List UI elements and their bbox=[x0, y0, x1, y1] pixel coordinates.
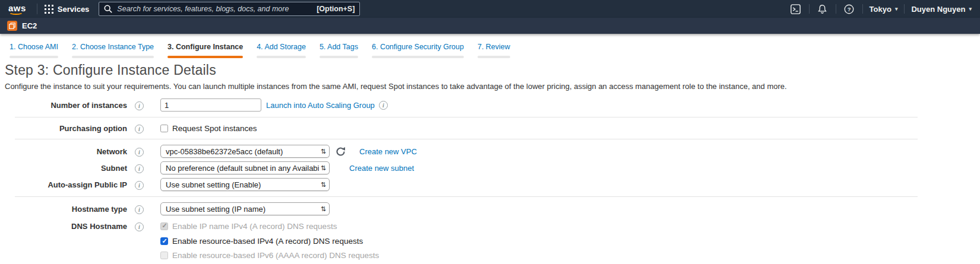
service-name-label[interactable]: EC2 bbox=[22, 21, 37, 30]
create-new-vpc-link[interactable]: Create new VPC bbox=[359, 147, 417, 156]
subnet-select[interactable]: No preference (default subnet in any Ava… bbox=[160, 161, 330, 174]
configure-instance-form: Number of instances i Launch into Auto S… bbox=[0, 98, 980, 260]
tab-configure-instance[interactable]: 3. Configure Instance bbox=[167, 41, 243, 58]
subnet-label: Subnet bbox=[0, 164, 127, 173]
topbar-separator bbox=[836, 4, 836, 14]
tab-configure-security-group[interactable]: 6. Configure Security Group bbox=[372, 41, 464, 58]
services-menu-button[interactable]: Services bbox=[45, 5, 90, 14]
auto-assign-public-ip-select[interactable]: Use subnet setting (Enable) ⇅ bbox=[160, 178, 330, 191]
enable-resource-based-ipv4-dns-checkbox[interactable] bbox=[160, 237, 168, 245]
info-icon[interactable]: i bbox=[135, 101, 144, 110]
tab-underline bbox=[10, 56, 58, 58]
request-spot-instances-label: Request Spot instances bbox=[172, 124, 257, 133]
tab-underline bbox=[257, 56, 306, 58]
top-navbar: aws Services [Option+S] bbox=[0, 0, 980, 18]
network-select[interactable]: vpc-05838be62372e5acc (default) ⇅ bbox=[160, 145, 330, 158]
select-updown-arrow-icon: ⇅ bbox=[321, 206, 326, 212]
select-updown-arrow-icon: ⇅ bbox=[321, 148, 326, 155]
request-spot-instances-checkbox[interactable] bbox=[160, 125, 168, 132]
tab-underline bbox=[478, 56, 510, 58]
info-icon[interactable]: i bbox=[135, 205, 144, 214]
username-label: Duyen Nguyen bbox=[911, 5, 965, 14]
tab-underline bbox=[72, 56, 154, 58]
chevron-down-icon: ▾ bbox=[895, 6, 898, 12]
topbar-separator bbox=[862, 4, 863, 14]
services-label: Services bbox=[58, 5, 90, 14]
hostname-type-label: Hostname type bbox=[0, 205, 127, 214]
section-divider bbox=[15, 117, 918, 117]
ec2-service-icon[interactable] bbox=[7, 21, 17, 31]
tab-add-tags[interactable]: 5. Add Tags bbox=[320, 41, 358, 58]
aws-smile-icon bbox=[9, 10, 23, 15]
create-new-subnet-link[interactable]: Create new subnet bbox=[349, 164, 414, 173]
tab-choose-ami[interactable]: 1. Choose AMI bbox=[10, 41, 58, 58]
search-input[interactable] bbox=[117, 5, 317, 13]
number-of-instances-input[interactable] bbox=[160, 98, 261, 112]
notifications-bell-icon[interactable] bbox=[816, 2, 829, 15]
page-title: Step 3: Configure Instance Details bbox=[5, 62, 975, 78]
launch-into-auto-scaling-group-link[interactable]: Launch into Auto Scaling Group bbox=[266, 101, 375, 110]
topbar-separator bbox=[904, 4, 905, 14]
tab-underline-active bbox=[167, 56, 243, 58]
cloudshell-icon[interactable] bbox=[789, 2, 802, 15]
tab-choose-instance-type[interactable]: 2. Choose Instance Type bbox=[72, 41, 154, 58]
search-icon bbox=[104, 5, 112, 13]
region-label: Tokyo bbox=[870, 5, 892, 14]
enable-resource-based-ipv6-dns-checkbox bbox=[160, 252, 168, 259]
enable-resource-based-ipv4-dns-label: Enable resource-based IPv4 (A record) DN… bbox=[172, 237, 363, 246]
section-divider bbox=[15, 196, 918, 197]
service-subnav: EC2 bbox=[0, 18, 980, 34]
region-selector[interactable]: Tokyo ▾ bbox=[870, 5, 898, 14]
info-icon[interactable]: i bbox=[379, 101, 388, 110]
info-icon[interactable]: i bbox=[135, 181, 144, 190]
hostname-type-select[interactable]: Use subnet setting (IP name) ⇅ bbox=[160, 202, 330, 215]
tab-underline bbox=[320, 56, 358, 58]
refresh-icon[interactable] bbox=[336, 147, 346, 157]
chevron-down-icon: ▾ bbox=[969, 6, 972, 12]
info-icon[interactable]: i bbox=[135, 164, 144, 173]
search-bar[interactable]: [Option+S] bbox=[99, 2, 360, 16]
page-description: Configure the instance to suit your requ… bbox=[5, 82, 975, 91]
dns-hostname-label: DNS Hostname bbox=[0, 222, 127, 231]
auto-assign-public-ip-label: Auto-assign Public IP bbox=[0, 180, 127, 189]
services-grid-icon bbox=[45, 5, 53, 14]
network-label: Network bbox=[0, 147, 127, 156]
topbar-separator bbox=[809, 4, 810, 14]
select-updown-arrow-icon: ⇅ bbox=[321, 182, 326, 188]
number-of-instances-label: Number of instances bbox=[0, 101, 127, 110]
enable-resource-based-ipv6-dns-label: Enable resource-based IPv6 (AAAA record)… bbox=[172, 251, 379, 260]
select-updown-arrow-icon: ⇅ bbox=[321, 165, 326, 171]
purchasing-option-label: Purchasing option bbox=[0, 124, 127, 133]
wizard-step-tabs: 1. Choose AMI 2. Choose Instance Type 3.… bbox=[0, 34, 980, 58]
tab-review[interactable]: 7. Review bbox=[478, 41, 510, 58]
enable-ip-name-ipv4-dns-checkbox bbox=[160, 222, 168, 230]
help-icon[interactable]: ? bbox=[843, 2, 856, 15]
aws-logo[interactable]: aws bbox=[7, 3, 30, 15]
info-icon[interactable]: i bbox=[135, 222, 144, 231]
search-shortcut-hint: [Option+S] bbox=[317, 5, 355, 13]
info-icon[interactable]: i bbox=[135, 148, 144, 157]
navbar-divider bbox=[37, 4, 37, 14]
tab-add-storage[interactable]: 4. Add Storage bbox=[257, 41, 306, 58]
tab-underline bbox=[372, 56, 464, 58]
section-divider bbox=[15, 139, 918, 139]
enable-ip-name-ipv4-dns-label: Enable IP name IPv4 (A record) DNS reque… bbox=[172, 222, 337, 231]
svg-text:?: ? bbox=[848, 6, 851, 12]
account-menu[interactable]: Duyen Nguyen ▾ bbox=[911, 5, 972, 14]
info-icon[interactable]: i bbox=[135, 125, 144, 133]
